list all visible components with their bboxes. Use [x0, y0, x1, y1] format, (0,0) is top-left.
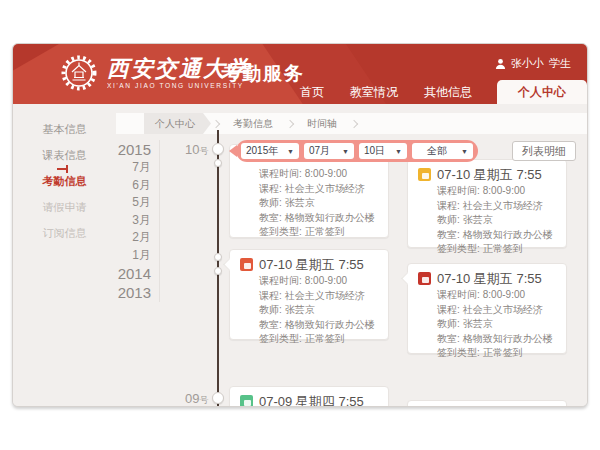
period-month-may[interactable]: 5月: [108, 194, 151, 212]
period-month-mar[interactable]: 3月: [108, 212, 151, 230]
year-select-value: 2015年: [246, 144, 278, 158]
app-body: 基本信息 课表信息 考勤信息 请假申请 订阅信息 个人中心 考勤信息 时间轴 2…: [13, 104, 587, 407]
caret-down-icon: ▼: [461, 148, 468, 155]
caret-down-icon: ▼: [342, 148, 349, 155]
timeline-node[interactable]: [214, 267, 222, 275]
chevron-right-icon: [286, 119, 294, 127]
signin-status-icon-yellow: [418, 168, 431, 181]
nav-home[interactable]: 首页: [287, 80, 337, 104]
breadcrumb: 个人中心 考勤信息 时间轴: [116, 113, 587, 134]
attendance-card[interactable]: 07-10 星期五 7:55 课程时间:8:00-9:00 课程:社会主义市场经…: [229, 249, 389, 340]
user-name: 张小小: [511, 56, 544, 71]
year-select[interactable]: 2015年 ▼: [241, 143, 299, 159]
card-date: 07-09 星期四 7:55: [259, 392, 364, 407]
timeline-node[interactable]: [212, 143, 224, 155]
category-select-value: 全部: [427, 144, 447, 158]
period-month-jan[interactable]: 1月: [108, 247, 151, 265]
sidebar-item-basic-info[interactable]: 基本信息: [13, 116, 116, 142]
day-label-09: 09号: [185, 391, 208, 407]
date-filter-bar: 2015年 ▼ 07月 ▼ 10日 ▼ 全部 ▼: [236, 140, 478, 162]
timeline-node[interactable]: [214, 159, 222, 167]
xjtu-gear-emblem-icon: [60, 54, 98, 92]
day-select[interactable]: 10日 ▼: [359, 143, 407, 159]
signin-status-icon-orange: [240, 258, 253, 271]
timeline-period-list: 2015 7月 6月 5月 3月 2月 1月 2014 2013: [108, 140, 160, 302]
sidebar: 基本信息 课表信息 考勤信息 请假申请 订阅信息: [13, 104, 116, 407]
attendance-card[interactable]: 07-10 星期五 7:55 课程时间:8:00-9:00 课程:社会主义市场经…: [407, 263, 567, 354]
attendance-card[interactable]: 07-10 星期五 7:55 课程时间:8:00-9:00 课程:社会主义市场经…: [407, 159, 567, 248]
day-label-10: 10号: [185, 142, 208, 158]
page: 西安交通大学 XI'AN JIAO TONG UNIVERSITY 考勤服务 张…: [0, 0, 600, 450]
user-info[interactable]: 张小小 学生: [495, 56, 571, 71]
user-role: 学生: [549, 56, 571, 71]
card-date: 07-10 星期五 7:55: [437, 165, 542, 184]
period-year-2014[interactable]: 2014: [108, 264, 151, 283]
period-month-jul[interactable]: 7月: [108, 159, 151, 177]
month-select-value: 07月: [309, 144, 330, 158]
day-select-value: 10日: [364, 144, 385, 158]
category-select[interactable]: 全部 ▼: [412, 143, 473, 159]
nav-classrooms[interactable]: 教室情况: [337, 80, 411, 104]
breadcrumb-timeline[interactable]: 时间轴: [295, 113, 349, 134]
sidebar-item-subscription-info[interactable]: 订阅信息: [13, 220, 116, 246]
caret-down-icon: ▼: [395, 148, 402, 155]
sidebar-item-leave-request[interactable]: 请假申请: [13, 194, 116, 220]
selected-month-marker: [57, 168, 66, 170]
period-month-jun[interactable]: 6月: [108, 177, 151, 195]
caret-down-icon: ▼: [287, 148, 294, 155]
user-icon: [495, 58, 506, 70]
sidebar-item-schedule-info[interactable]: 课表信息: [13, 142, 116, 168]
timeline-node[interactable]: [212, 392, 224, 404]
sidebar-item-attendance-info[interactable]: 考勤信息: [13, 168, 116, 194]
app-window: 西安交通大学 XI'AN JIAO TONG UNIVERSITY 考勤服务 张…: [12, 43, 588, 407]
nav-personal-center[interactable]: 个人中心: [497, 80, 587, 104]
signin-status-icon-green: [240, 395, 253, 407]
signin-status-icon-red: [418, 272, 431, 285]
chevron-right-icon: [212, 119, 220, 127]
breadcrumb-personal-center[interactable]: 个人中心: [144, 113, 211, 134]
nav-other-info[interactable]: 其他信息: [411, 80, 485, 104]
top-nav: 首页 教室情况 其他信息 个人中心: [287, 80, 587, 104]
card-date: 07-10 星期五 7:55: [259, 255, 364, 274]
breadcrumb-attendance-info[interactable]: 考勤信息: [221, 113, 285, 134]
chevron-right-icon: [350, 119, 358, 127]
period-month-feb[interactable]: 2月: [108, 229, 151, 247]
timeline-node[interactable]: [214, 253, 222, 261]
card-date: 07-10 星期五 7:55: [437, 269, 542, 288]
period-year[interactable]: 2015: [108, 140, 151, 159]
period-year-2013[interactable]: 2013: [108, 283, 151, 302]
list-detail-button[interactable]: 列表明细: [512, 141, 576, 161]
app-header: 西安交通大学 XI'AN JIAO TONG UNIVERSITY 考勤服务 张…: [13, 44, 587, 104]
attendance-card[interactable]: [407, 400, 567, 407]
attendance-card[interactable]: 07-09 星期四 7:55: [229, 386, 389, 407]
month-select[interactable]: 07月 ▼: [304, 143, 354, 159]
